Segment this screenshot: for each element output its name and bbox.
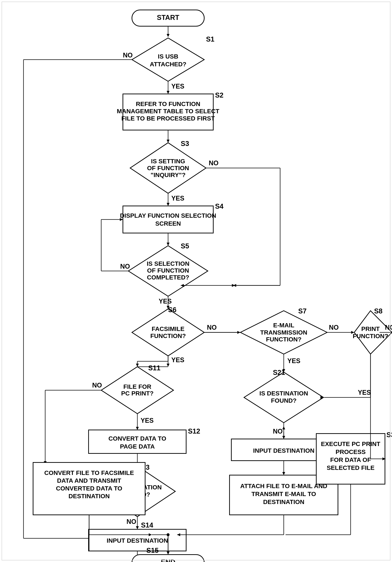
- s7-label: S7: [298, 307, 307, 315]
- s6-label: S6: [168, 306, 176, 314]
- s7-text3: FUNCTION?: [266, 336, 301, 343]
- s31-text4: SELECTED FILE: [327, 464, 374, 471]
- s23-text1: ATTACH FILE TO E-MAIL AND: [240, 482, 327, 489]
- svg-marker-12: [167, 140, 169, 143]
- flowchart-diagram: START IS USB ATTACHED? S1 NO YES REFER T…: [0, 0, 392, 562]
- s12-label: S12: [188, 427, 200, 435]
- s5-no-label: NO: [120, 263, 130, 270]
- s6-text1: FACSIMILE: [152, 325, 184, 332]
- fax-text3: CONVERTED DATA TO: [56, 485, 122, 492]
- s7-yes-label: YES: [287, 357, 300, 364]
- s23-text2: TRANSMIT E-MAIL TO: [251, 491, 316, 497]
- s5-label: S5: [181, 242, 189, 250]
- s15-label: S15: [146, 547, 159, 554]
- s31-text1: EXECUTE PC PRINT: [321, 440, 380, 447]
- svg-marker-9: [167, 91, 169, 94]
- s7-text1: E-MAIL: [273, 322, 294, 328]
- s1-no-label: NO: [123, 51, 133, 59]
- svg-marker-2: [167, 34, 169, 37]
- s21-label: S21: [273, 369, 285, 376]
- s8-label: S8: [374, 307, 382, 315]
- s8-text1: PRINT: [361, 325, 380, 332]
- s8-yes-label: YES: [358, 389, 371, 396]
- s12-text1: CONVERT DATA TO: [108, 435, 166, 442]
- s4-text1: DISPLAY FUNCTION SELECTION: [120, 212, 216, 219]
- svg-marker-48: [136, 526, 139, 529]
- s5-text1: IS SELECTION: [147, 260, 190, 267]
- s14-text: INPUT DESTINATION: [107, 537, 168, 544]
- s31-text2: PROCESS: [336, 448, 366, 455]
- s14-label: S14: [141, 521, 153, 529]
- svg-marker-34: [167, 364, 169, 367]
- fax-text1: CONVERT FILE TO FACSIMILE: [44, 469, 134, 476]
- start-label: START: [157, 14, 179, 21]
- s2-text1: REFER TO FUNCTION: [136, 100, 200, 107]
- fax-text2: DATA AND TRANSMIT: [57, 477, 121, 484]
- s3-yes-label: YES: [171, 195, 184, 202]
- s1-label: S1: [206, 35, 214, 43]
- s2-text3: FILE TO BE PROCESSED FIRST: [121, 115, 215, 122]
- s6-no-label: NO: [207, 324, 217, 331]
- fax-text4: DESTINATION: [69, 493, 110, 500]
- s1-text-2: ATTACHED?: [150, 61, 187, 68]
- svg-marker-93: [167, 551, 169, 555]
- s3-no-label: NO: [209, 159, 218, 167]
- s21-no-label: NO: [273, 428, 283, 435]
- s11-text2: PC PRINT?: [121, 390, 154, 397]
- s21-text2: FOUND?: [271, 397, 297, 404]
- s7-no-label: NO: [329, 324, 339, 331]
- s6-text2: FUNCTION?: [150, 332, 186, 339]
- s3-text3: "INQUIRY"?: [151, 171, 185, 178]
- s11-text1: FILE FOR: [123, 383, 152, 390]
- s11-no-label: NO: [92, 382, 102, 389]
- s4-label: S4: [215, 202, 223, 210]
- s4-text2: SCREEN: [155, 220, 181, 227]
- svg-rect-20: [123, 206, 213, 233]
- s1-text-1: IS USB: [158, 53, 178, 60]
- s22-text: INPUT DESTINATION: [253, 447, 314, 454]
- s21-text1: IS DESTINATION: [259, 390, 308, 397]
- s2-label: S2: [215, 91, 223, 99]
- s3-label: S3: [181, 140, 189, 147]
- s11-label: S11: [148, 364, 160, 372]
- s6-yes-label: YES: [171, 356, 184, 364]
- s13-no-label-left: NO: [127, 518, 136, 525]
- svg-marker-22: [167, 243, 169, 246]
- s7-text2: TRANSMISSION: [260, 329, 308, 336]
- svg-marker-42: [136, 427, 139, 430]
- s23-text3: DESTINATION: [263, 498, 304, 505]
- s5-text3: COMPLETED?: [147, 274, 189, 281]
- s5-text2: OF FUNCTION: [147, 267, 189, 274]
- s3-text1: IS SETTING: [151, 158, 185, 164]
- s8-no-label: NO: [385, 324, 392, 331]
- s11-yes-label: YES: [141, 417, 154, 424]
- s5-yes-label: YES: [159, 298, 172, 305]
- svg-marker-100: [237, 331, 240, 334]
- s12-text2: PAGE DATA: [120, 443, 155, 450]
- svg-marker-19: [167, 203, 169, 206]
- s3-text2: OF FUNCTION: [147, 164, 189, 171]
- s31-label: S31: [386, 431, 392, 439]
- svg-marker-77: [282, 426, 285, 429]
- s8-text2: FUNCTION?: [353, 333, 388, 340]
- s1-yes-label: YES: [171, 82, 184, 90]
- s31-text3: FOR DATA OF: [330, 456, 371, 463]
- s2-text2: MANAGEMENT TABLE TO SELECT: [117, 108, 219, 115]
- svg-marker-79: [282, 472, 285, 475]
